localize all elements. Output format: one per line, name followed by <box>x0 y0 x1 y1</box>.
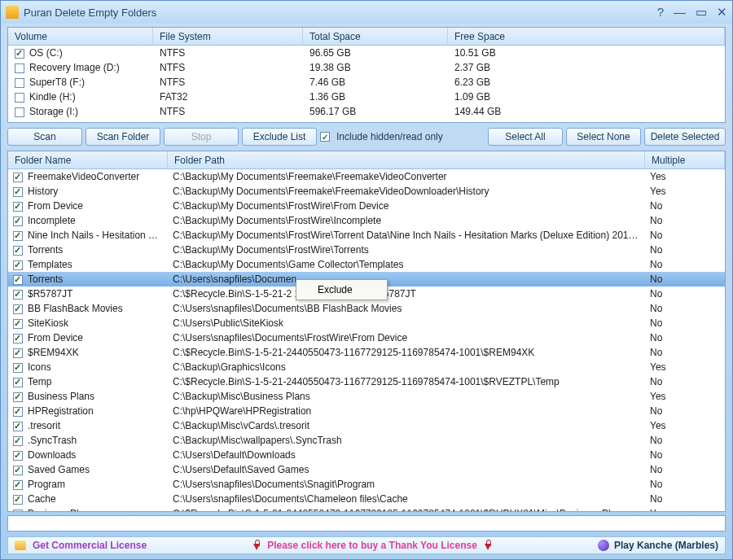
delete-selected-button[interactable]: Delete Selected <box>644 128 726 146</box>
main-window: Puran Delete Empty Folders ? — ▭ ✕ Volum… <box>0 0 733 560</box>
app-icon <box>6 6 19 19</box>
include-hidden-label: Include hidden/read only <box>336 131 443 142</box>
minimize-icon[interactable]: — <box>674 5 686 20</box>
marble-icon <box>598 540 609 551</box>
result-checkbox[interactable] <box>13 217 23 226</box>
exclude-list-button[interactable]: Exclude List <box>242 128 317 146</box>
result-row[interactable]: DownloadsC:\Users\Default\DownloadsNo <box>8 448 725 462</box>
volume-checkbox[interactable] <box>15 63 24 73</box>
result-row[interactable]: Business PlansC:\Backup\Misc\Business Pl… <box>8 389 725 404</box>
volume-row[interactable]: OS (C:)NTFS96.65 GB10.51 GB <box>8 46 725 60</box>
result-row[interactable]: TempC:\$Recycle.Bin\S-1-5-21-2440550473-… <box>8 374 725 389</box>
result-row[interactable]: From DeviceC:\Backup\My Documents\FrostW… <box>8 199 725 213</box>
footer: Get Commercial License Please click here… <box>7 536 726 554</box>
result-row[interactable]: HistoryC:\Backup\My Documents\Freemake\F… <box>8 184 725 199</box>
thankyou-license-link[interactable]: Please click here to buy a Thank You Lic… <box>267 540 477 551</box>
result-checkbox[interactable] <box>13 436 23 446</box>
play-kanche-link[interactable]: Play Kanche (Marbles) <box>598 540 718 551</box>
volume-panel: Volume File System Total Space Free Spac… <box>7 27 726 123</box>
titlebar: Puran Delete Empty Folders ? — ▭ ✕ <box>1 1 732 24</box>
result-checkbox[interactable] <box>13 202 23 212</box>
result-row[interactable]: HPRegistrationC:\hp\HPQWare\HPRegistrati… <box>8 404 725 418</box>
result-row[interactable]: .tresoritC:\Backup\Misc\vCards\.tresorit… <box>8 418 725 433</box>
commercial-license-link[interactable]: Get Commercial License <box>33 540 147 551</box>
volume-checkbox[interactable] <box>15 93 24 103</box>
result-row[interactable]: IconsC:\Backup\Graphics\IconsYes <box>8 360 725 374</box>
volume-row[interactable]: Storage (I:)NTFS596.17 GB149.44 GB <box>8 104 725 119</box>
stop-button[interactable]: Stop <box>164 128 239 146</box>
col-foldername[interactable]: Folder Name <box>8 151 168 168</box>
result-checkbox[interactable] <box>13 480 23 490</box>
result-checkbox[interactable] <box>13 304 23 314</box>
volume-row[interactable]: Kindle (H:)FAT321.36 GB1.09 GB <box>8 90 725 104</box>
help-icon[interactable]: ? <box>657 5 664 20</box>
ribbon-icon <box>484 540 492 551</box>
result-checkbox[interactable] <box>13 275 23 285</box>
volume-row[interactable]: SuperT8 (F:)NTFS7.46 GB6.23 GB <box>8 75 725 90</box>
result-checkbox[interactable] <box>13 231 23 241</box>
col-multiple[interactable]: Multiple <box>645 151 725 168</box>
scan-folder-button[interactable]: Scan Folder <box>86 128 160 146</box>
result-checkbox[interactable] <box>13 173 23 182</box>
col-freespace[interactable]: Free Space <box>448 28 725 45</box>
ribbon-icon <box>252 540 261 551</box>
col-folderpath[interactable]: Folder Path <box>168 151 645 168</box>
window-title: Puran Delete Empty Folders <box>24 7 657 19</box>
result-checkbox[interactable] <box>13 348 23 358</box>
result-checkbox[interactable] <box>13 495 23 505</box>
result-row[interactable]: TemplatesC:\Backup\My Documents\Game Col… <box>8 257 725 272</box>
result-checkbox[interactable] <box>13 260 23 270</box>
volume-checkbox[interactable] <box>15 49 24 59</box>
include-hidden-checkbox[interactable]: ✓ <box>320 132 330 142</box>
result-row[interactable]: BB FlashBack MoviesC:\Users\snapfiles\Do… <box>8 301 725 316</box>
result-checkbox[interactable] <box>13 246 23 256</box>
toolbar: Scan Scan Folder Stop Exclude List ✓ Inc… <box>7 126 726 147</box>
result-row[interactable]: From DeviceC:\Users\snapfiles\Documents\… <box>8 330 725 345</box>
result-checkbox[interactable] <box>13 422 23 431</box>
select-all-button[interactable]: Select All <box>488 128 563 146</box>
result-checkbox[interactable] <box>13 407 23 417</box>
result-checkbox[interactable] <box>13 378 23 387</box>
volume-list[interactable]: OS (C:)NTFS96.65 GB10.51 GBRecovery Imag… <box>8 46 725 122</box>
result-row[interactable]: CacheC:\Users\snapfiles\Documents\Chamel… <box>8 492 725 506</box>
result-checkbox[interactable] <box>13 334 23 343</box>
result-row[interactable]: IncompleteC:\Backup\My Documents\FrostWi… <box>8 213 725 228</box>
col-volume[interactable]: Volume <box>8 28 153 45</box>
result-row[interactable]: .SyncTrashC:\Backup\Misc\wallpapers\.Syn… <box>8 433 725 448</box>
context-exclude[interactable]: Exclude <box>298 282 385 298</box>
result-checkbox[interactable] <box>13 363 23 373</box>
result-row[interactable]: Business PlansC:\$Recycle.Bin\S-1-5-21-2… <box>8 506 725 511</box>
context-menu: Exclude <box>296 279 388 300</box>
results-panel: Folder Name Folder Path Multiple Freemak… <box>7 151 726 512</box>
result-row[interactable]: SiteKioskC:\Users\Public\SiteKioskNo <box>8 316 725 330</box>
volume-row[interactable]: Recovery Image (D:)NTFS19.38 GB2.37 GB <box>8 60 725 75</box>
result-checkbox[interactable] <box>13 187 23 197</box>
result-checkbox[interactable] <box>13 451 23 461</box>
result-checkbox[interactable] <box>13 466 23 475</box>
results-list[interactable]: FreemakeVideoConverterC:\Backup\My Docum… <box>8 169 725 511</box>
result-checkbox[interactable] <box>13 319 23 329</box>
volume-checkbox[interactable] <box>15 107 24 117</box>
result-row[interactable]: ProgramC:\Users\snapfiles\Documents\Snag… <box>8 477 725 492</box>
result-checkbox[interactable] <box>13 290 23 300</box>
volume-header: Volume File System Total Space Free Spac… <box>8 28 725 46</box>
select-none-button[interactable]: Select None <box>566 128 641 146</box>
result-row[interactable]: FreemakeVideoConverterC:\Backup\My Docum… <box>8 169 725 184</box>
maximize-icon[interactable]: ▭ <box>696 5 707 20</box>
result-checkbox[interactable] <box>13 392 23 402</box>
status-panel <box>7 515 726 532</box>
col-filesystem[interactable]: File System <box>153 28 303 45</box>
result-row[interactable]: TorrentsC:\Backup\My Documents\FrostWire… <box>8 243 725 257</box>
volume-checkbox[interactable] <box>15 78 24 88</box>
result-checkbox[interactable] <box>13 510 23 511</box>
stack-icon <box>15 540 26 550</box>
result-row[interactable]: Nine Inch Nails - Hesitation Marks...C:\… <box>8 228 725 243</box>
result-row[interactable]: $REM94XKC:\$Recycle.Bin\S-1-5-21-2440550… <box>8 345 725 360</box>
scan-button[interactable]: Scan <box>7 128 82 146</box>
results-header: Folder Name Folder Path Multiple <box>8 151 725 169</box>
close-icon[interactable]: ✕ <box>717 5 727 20</box>
col-totalspace[interactable]: Total Space <box>303 28 448 45</box>
result-row[interactable]: Saved GamesC:\Users\Default\Saved GamesN… <box>8 462 725 477</box>
